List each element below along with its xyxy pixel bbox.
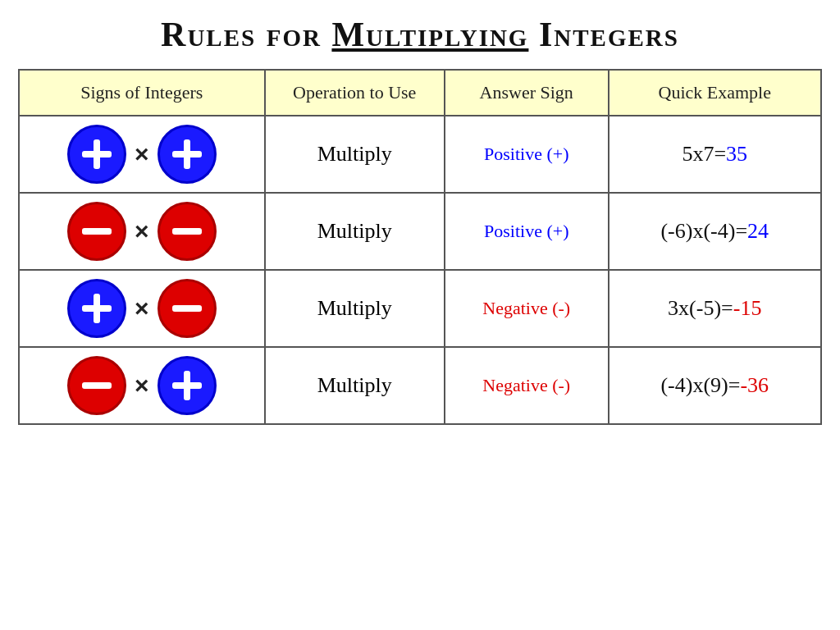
title-underlined: Multiplying xyxy=(331,16,528,53)
circle-red-minus xyxy=(158,202,217,261)
svg-rect-9 xyxy=(82,382,112,389)
table-header-row: Signs of Integers Operation to Use Answe… xyxy=(19,70,821,116)
example-result: 35 xyxy=(726,142,747,166)
signs-cell-3: × xyxy=(19,347,265,424)
answer-cell-2: Negative (-) xyxy=(445,270,609,347)
times-symbol: × xyxy=(135,217,149,245)
svg-rect-4 xyxy=(82,228,112,235)
svg-rect-1 xyxy=(82,151,112,158)
table-row: × MultiplyPositive (+)5x7=35 xyxy=(19,116,821,193)
header-operation: Operation to Use xyxy=(265,70,445,116)
example-cell-3: (-4)x(9)=-36 xyxy=(609,347,822,424)
main-title: Rules for Multiplying Integers xyxy=(161,15,679,54)
signs-cell-0: × xyxy=(19,116,265,193)
example-result: -15 xyxy=(733,296,762,320)
circle-blue-plus xyxy=(67,125,126,184)
signs-cell-2: × xyxy=(19,270,265,347)
operation-cell-3: Multiply xyxy=(265,347,445,424)
table-row: × MultiplyNegative (-)(-4)x(9)=-36 xyxy=(19,347,821,424)
svg-rect-3 xyxy=(172,151,202,158)
header-answer: Answer Sign xyxy=(445,70,609,116)
table-row: × MultiplyPositive (+)(-6)x(-4)=24 xyxy=(19,193,821,270)
example-prefix: 5x7= xyxy=(682,142,726,166)
answer-cell-1: Positive (+) xyxy=(445,193,609,270)
example-cell-0: 5x7=35 xyxy=(609,116,822,193)
svg-rect-5 xyxy=(172,228,202,235)
rules-table: Signs of Integers Operation to Use Answe… xyxy=(18,69,822,425)
example-prefix: (-4)x(9)= xyxy=(660,373,740,397)
operation-cell-2: Multiply xyxy=(265,270,445,347)
operation-cell-0: Multiply xyxy=(265,116,445,193)
example-result: -36 xyxy=(740,373,769,397)
circle-red-minus xyxy=(67,356,126,415)
signs-cell-1: × xyxy=(19,193,265,270)
times-symbol: × xyxy=(135,294,149,322)
circle-red-minus xyxy=(67,202,126,261)
circle-blue-plus xyxy=(158,125,217,184)
answer-cell-3: Negative (-) xyxy=(445,347,609,424)
svg-rect-11 xyxy=(172,382,202,389)
example-cell-2: 3x(-5)=-15 xyxy=(609,270,822,347)
times-symbol: × xyxy=(135,140,149,168)
header-signs: Signs of Integers xyxy=(19,70,265,116)
example-prefix: 3x(-5)= xyxy=(668,296,733,320)
example-prefix: (-6)x(-4)= xyxy=(660,219,747,243)
header-example: Quick Example xyxy=(609,70,822,116)
answer-cell-0: Positive (+) xyxy=(445,116,609,193)
table-row: × MultiplyNegative (-)3x(-5)=-15 xyxy=(19,270,821,347)
circle-blue-plus xyxy=(67,279,126,338)
circle-blue-plus xyxy=(158,356,217,415)
times-symbol: × xyxy=(135,372,149,399)
svg-rect-8 xyxy=(172,305,202,312)
operation-cell-1: Multiply xyxy=(265,193,445,270)
page-container: Rules for Multiplying Integers Signs of … xyxy=(0,0,840,630)
svg-rect-7 xyxy=(82,305,112,312)
circle-red-minus xyxy=(158,279,217,338)
example-cell-1: (-6)x(-4)=24 xyxy=(609,193,822,270)
example-result: 24 xyxy=(747,219,769,243)
